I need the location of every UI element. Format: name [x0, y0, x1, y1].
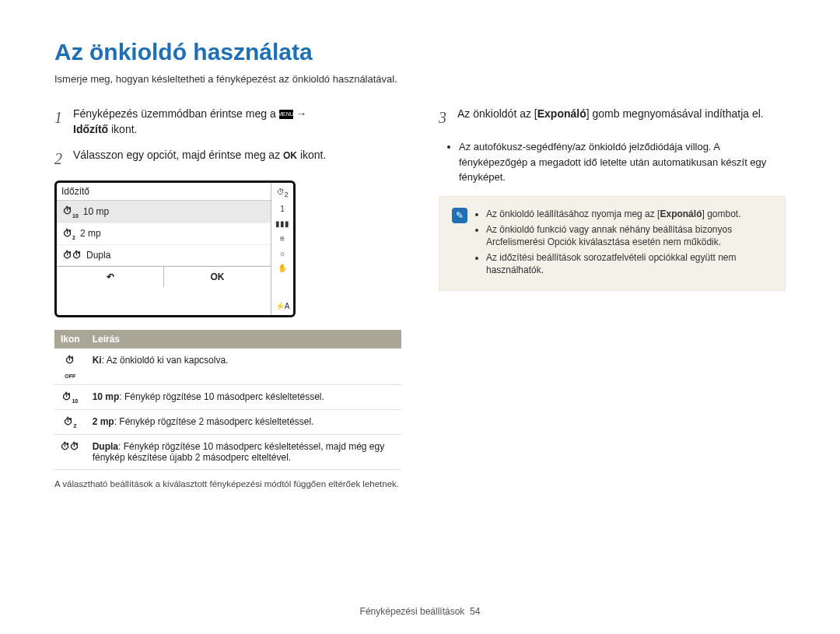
step-1: 1 Fényképezés üzemmódban érintse meg a M…	[54, 107, 401, 137]
menu-icon: MENU	[279, 110, 293, 119]
step-text: Az önkioldót az [	[457, 107, 537, 120]
timer-2-icon: ⏱2	[64, 416, 76, 428]
row-bold: 2 mp	[93, 416, 114, 427]
page-title: Az önkioldó használata	[54, 39, 786, 65]
step-post: ] gomb megnyomásával indíthatja el.	[586, 107, 764, 120]
row-text: : Az önkioldó ki van kapcsolva.	[102, 355, 229, 366]
timer-screen: Időzítő ⏱10 10 mp ⏱2 2 mp ⏱⏱ Dupla ↶	[54, 180, 296, 317]
timer-10-icon: ⏱10	[62, 391, 78, 403]
step-bold: Exponáló	[537, 107, 586, 120]
footer-page-number: 54	[470, 606, 480, 617]
step-bold: Időzítő	[73, 123, 108, 135]
note-text: Az önkioldó leállításához nyomja meg az …	[486, 208, 660, 219]
row-bold: Dupla	[93, 441, 118, 452]
step-post: ikont.	[111, 123, 137, 135]
icon-table: Ikon Leírás ⏱OFF Ki: Az önkioldó ki van …	[54, 330, 401, 470]
stab-icon: ✋	[278, 264, 287, 272]
timer-10-icon: ⏱10	[63, 205, 79, 217]
timer-header: Időzítő	[57, 183, 271, 201]
timer-off-icon: ⏱OFF	[61, 355, 80, 377]
step-text: Válasszon egy opciót, majd érintse meg a…	[73, 149, 283, 161]
arrow-text: →	[296, 107, 306, 120]
th-icon: Ikon	[54, 330, 86, 349]
table-row: ⏱⏱ Dupla: Fénykép rögzítése 10 másodperc…	[54, 435, 401, 470]
info-bullets: Az autofókusz-segédfény/az önkioldó jelz…	[439, 139, 786, 185]
step-2: 2 Válasszon egy opciót, majd érintse meg…	[54, 148, 401, 170]
page-footer: Fényképezési beállítások 54	[0, 606, 840, 617]
timer-row-10[interactable]: ⏱10 10 mp	[57, 201, 271, 222]
note-text: ] gombot.	[702, 208, 740, 219]
timer-row-label: Dupla	[86, 250, 110, 261]
step-text: Fényképezés üzemmódban érintse meg a	[73, 107, 279, 120]
row-bold: Ki	[93, 355, 102, 366]
step-3: 3 Az önkioldót az [Exponáló] gomb megnyo…	[439, 107, 786, 128]
back-button[interactable]: ↶	[57, 267, 164, 287]
side-timer-icon: ⏱2	[277, 187, 289, 198]
timer-row-2[interactable]: ⏱2 2 mp	[57, 223, 271, 245]
metering-icon: ≡	[280, 234, 285, 243]
right-column: 3 Az önkioldót az [Exponáló] gomb megnyo…	[439, 107, 786, 490]
row-text: : Fénykép rögzítése 10 másodperc késlelt…	[119, 391, 324, 402]
step-number: 2	[54, 148, 65, 170]
table-row: ⏱2 2 mp: Fénykép rögzítése 2 másodperc k…	[54, 409, 401, 434]
ok-icon: OK	[283, 149, 297, 163]
note-icon: ✎	[452, 208, 467, 223]
row-bold: 10 mp	[93, 391, 120, 402]
note-text: Az időzítési beállítások sorozatfelvétel…	[486, 252, 737, 275]
timer-double-icon: ⏱⏱	[63, 250, 82, 261]
step-number: 3	[439, 107, 450, 128]
note-item: Az időzítési beállítások sorozatfelvétel…	[486, 251, 772, 276]
timer-row-dupla[interactable]: ⏱⏱ Dupla	[57, 245, 271, 266]
timer-side-panel: ⏱2 1 ▮▮▮ ≡ ☼ ✋ ⚡A	[271, 183, 293, 315]
ok-button[interactable]: OK	[164, 267, 271, 287]
note-box: ✎ Az önkioldó leállításához nyomja meg a…	[439, 196, 786, 292]
timer-row-label: 10 mp	[83, 206, 109, 217]
battery-icon: ▮▮▮	[275, 219, 289, 228]
table-row: ⏱OFF Ki: Az önkioldó ki van kapcsolva.	[54, 349, 401, 384]
timer-double-icon: ⏱⏱	[61, 441, 79, 452]
note-bold: Exponáló	[660, 208, 702, 219]
flash-auto-icon: ⚡A	[275, 302, 290, 310]
timer-row-label: 2 mp	[80, 228, 101, 239]
side-number: 1	[280, 205, 285, 213]
row-text: : Fénykép rögzítése 2 másodperc késlelte…	[114, 416, 314, 427]
timer-2-icon: ⏱2	[63, 228, 75, 240]
note-item: Az önkioldó leállításához nyomja meg az …	[486, 208, 772, 220]
page-subtitle: Ismerje meg, hogyan késleltetheti a fény…	[54, 73, 786, 85]
table-caption: A választható beállítások a kiválasztott…	[54, 478, 401, 490]
table-row: ⏱10 10 mp: Fénykép rögzítése 10 másodper…	[54, 384, 401, 409]
step-number: 1	[54, 107, 65, 128]
th-desc: Leírás	[86, 330, 401, 349]
step-post: ikont.	[300, 149, 326, 161]
note-item: Az önkioldó funkció vagy annak néhány be…	[486, 223, 772, 248]
bullet-item: Az autofókusz-segédfény/az önkioldó jelz…	[459, 139, 786, 185]
row-text: : Fénykép rögzítése 10 másodperc késlelt…	[93, 441, 385, 463]
footer-section: Fényképezési beállítások	[360, 606, 465, 617]
note-text: Az önkioldó funkció vagy annak néhány be…	[486, 224, 732, 247]
wb-icon: ☼	[278, 249, 285, 257]
left-column: 1 Fényképezés üzemmódban érintse meg a M…	[54, 107, 401, 490]
